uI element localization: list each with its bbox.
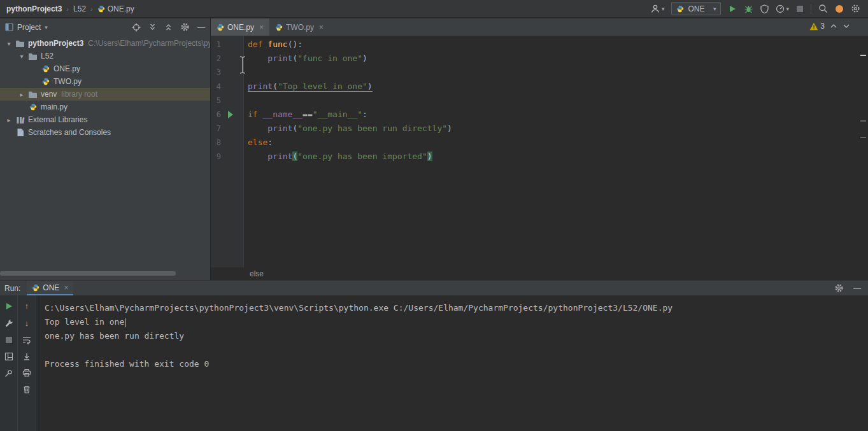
chevron-down-icon: ▾ bbox=[662, 6, 665, 12]
run-button[interactable] bbox=[728, 4, 737, 13]
tree-expanded-arrow[interactable]: ▾ bbox=[4, 40, 14, 47]
line-number: 2 bbox=[211, 52, 221, 66]
gutter-slot bbox=[221, 122, 244, 136]
breadcrumb-context[interactable]: else bbox=[250, 269, 264, 278]
close-icon[interactable]: × bbox=[259, 23, 264, 32]
tree-item-scratches-and-consoles[interactable]: Scratches and Consoles bbox=[0, 126, 210, 139]
tree-expanded-arrow[interactable]: ▾ bbox=[17, 53, 27, 60]
scrollbar-mark bbox=[860, 55, 866, 56]
editor-area: ONE.py×TWO.py× 1def func():2 print("func… bbox=[211, 18, 868, 280]
project-panel-title[interactable]: Project bbox=[17, 23, 41, 32]
run-panel: Run: ONE × — ↑ bbox=[0, 280, 868, 431]
previous-problem-icon[interactable] bbox=[830, 24, 837, 29]
settings-gear-icon[interactable] bbox=[851, 4, 860, 13]
code-line-5[interactable]: 5 bbox=[211, 94, 868, 108]
project-panel-header: Project ▾ — bbox=[0, 18, 210, 36]
editor-breadcrumb-bar[interactable]: else bbox=[211, 267, 868, 280]
tree-item-one-py[interactable]: ONE.py bbox=[0, 62, 210, 75]
stop-button[interactable] bbox=[796, 5, 804, 13]
tree-item-external-libraries[interactable]: ▸External Libraries bbox=[0, 113, 210, 126]
code-line-7[interactable]: 7 print("one.py has been run directly") bbox=[211, 122, 868, 136]
run-configuration-select[interactable]: ONE ▾ bbox=[671, 2, 721, 15]
chevron-down-icon[interactable]: ▾ bbox=[45, 24, 48, 31]
hide-panel-icon[interactable]: — bbox=[197, 23, 205, 32]
tree-collapsed-arrow[interactable]: ▸ bbox=[17, 91, 27, 98]
tree-item-two-py[interactable]: TWO.py bbox=[0, 75, 210, 88]
project-header-actions: — bbox=[132, 22, 205, 32]
tree-item-label: Scratches and Consoles bbox=[28, 128, 111, 137]
tree-item-label: main.py bbox=[41, 102, 68, 111]
tree-item-label: ONE.py bbox=[53, 64, 80, 73]
code-line-4[interactable]: 4print("Top level in one") bbox=[211, 80, 868, 94]
editor-tab-ONE.py[interactable]: ONE.py× bbox=[211, 18, 269, 36]
code-editor[interactable]: 1def func():2 print("func in one")34prin… bbox=[211, 36, 868, 267]
run-panel-header: Run: ONE × — bbox=[0, 281, 868, 295]
folder-icon bbox=[14, 39, 26, 48]
project-tool-window-icon bbox=[5, 23, 13, 31]
run-toolbar-column-2: ↑ ↓ bbox=[18, 295, 36, 431]
tree-item-main-py[interactable]: main.py bbox=[0, 101, 210, 113]
console-line: C:\Users\Elham\PycharmProjects\pythonPro… bbox=[45, 301, 868, 315]
python-icon bbox=[39, 78, 52, 85]
expand-all-icon[interactable] bbox=[148, 23, 157, 31]
underlined-statement: print("Top level in one") bbox=[248, 81, 373, 92]
notifications-icon[interactable] bbox=[835, 4, 844, 13]
code-line-1[interactable]: 1def func(): bbox=[211, 38, 868, 52]
run-with-coverage-button[interactable] bbox=[760, 4, 769, 13]
tree-item-venv[interactable]: ▸venvlibrary root bbox=[0, 88, 210, 101]
debug-button[interactable] bbox=[744, 4, 753, 13]
breadcrumb-item[interactable]: L52 bbox=[73, 4, 86, 13]
clear-console-icon[interactable] bbox=[23, 385, 31, 393]
stop-process-button[interactable] bbox=[5, 336, 13, 344]
toolbar-right: ▾ ONE ▾ ▾ bbox=[650, 2, 862, 15]
rerun-button[interactable] bbox=[4, 302, 13, 311]
code-text: else: bbox=[244, 136, 273, 150]
console-output[interactable]: C:\Users\Elham\PycharmProjects\pythonPro… bbox=[36, 295, 868, 431]
pin-tab-icon[interactable] bbox=[4, 369, 13, 378]
run-settings-gear-icon[interactable] bbox=[834, 283, 844, 293]
search-everywhere-icon[interactable] bbox=[818, 4, 828, 13]
main-toolbar: pythonProject3›L52›ONE.py ▾ ONE ▾ ▾ bbox=[0, 0, 868, 18]
code-line-8[interactable]: 8else: bbox=[211, 136, 868, 150]
folder-icon bbox=[27, 52, 39, 60]
breadcrumb-item[interactable]: ONE.py bbox=[97, 4, 134, 13]
hide-run-panel-icon[interactable]: — bbox=[853, 284, 861, 293]
tree-collapsed-arrow[interactable]: ▸ bbox=[4, 117, 14, 124]
run-line-icon[interactable] bbox=[228, 111, 233, 118]
editor-tab-TWO.py[interactable]: TWO.py× bbox=[269, 18, 329, 36]
code-line-3[interactable]: 3 bbox=[211, 66, 868, 80]
up-stacktrace-icon[interactable]: ↑ bbox=[25, 302, 29, 311]
code-line-6[interactable]: 6if __name__=="__main__": bbox=[211, 108, 868, 122]
tree-item-pythonproject3[interactable]: ▾pythonProject3C:\Users\Elham\PycharmPro… bbox=[0, 37, 210, 50]
run-tab[interactable]: ONE × bbox=[27, 281, 73, 295]
breadcrumb-separator: › bbox=[66, 5, 69, 13]
next-problem-icon[interactable] bbox=[843, 24, 850, 29]
collapse-all-icon[interactable] bbox=[164, 23, 173, 31]
profiler-button[interactable]: ▾ bbox=[776, 4, 789, 13]
tree-item-l52[interactable]: ▾L52 bbox=[0, 50, 210, 62]
run-header-actions: — bbox=[834, 281, 864, 295]
close-icon[interactable]: × bbox=[64, 283, 68, 292]
code-line-9[interactable]: 9 print("one.py has been imported") bbox=[211, 150, 868, 164]
breadcrumb-item[interactable]: pythonProject3 bbox=[6, 4, 62, 13]
edit-settings-icon[interactable] bbox=[4, 319, 13, 328]
inspection-widget[interactable]: 3 bbox=[809, 22, 850, 31]
code-line-2[interactable]: 2 print("func in one") bbox=[211, 52, 868, 66]
horizontal-scrollbar[interactable] bbox=[0, 271, 211, 276]
restore-layout-icon[interactable] bbox=[4, 352, 13, 361]
libraries-icon bbox=[14, 116, 26, 124]
tree-item-label: venv bbox=[41, 90, 57, 99]
locate-file-icon[interactable] bbox=[132, 23, 141, 32]
user-account-button[interactable]: ▾ bbox=[650, 4, 665, 14]
panel-settings-gear-icon[interactable] bbox=[180, 22, 190, 32]
scrollbar-thumb[interactable] bbox=[0, 271, 176, 276]
python-icon bbox=[39, 65, 52, 73]
print-icon[interactable] bbox=[22, 369, 31, 377]
code-text: print("one.py has been run directly") bbox=[244, 122, 452, 136]
tab-label: TWO.py bbox=[286, 23, 314, 32]
close-icon[interactable]: × bbox=[319, 23, 324, 32]
scroll-to-end-icon[interactable] bbox=[23, 353, 31, 360]
down-stacktrace-icon[interactable]: ↓ bbox=[25, 319, 29, 328]
gutter-slot bbox=[221, 108, 244, 122]
soft-wrap-icon[interactable] bbox=[22, 336, 31, 344]
